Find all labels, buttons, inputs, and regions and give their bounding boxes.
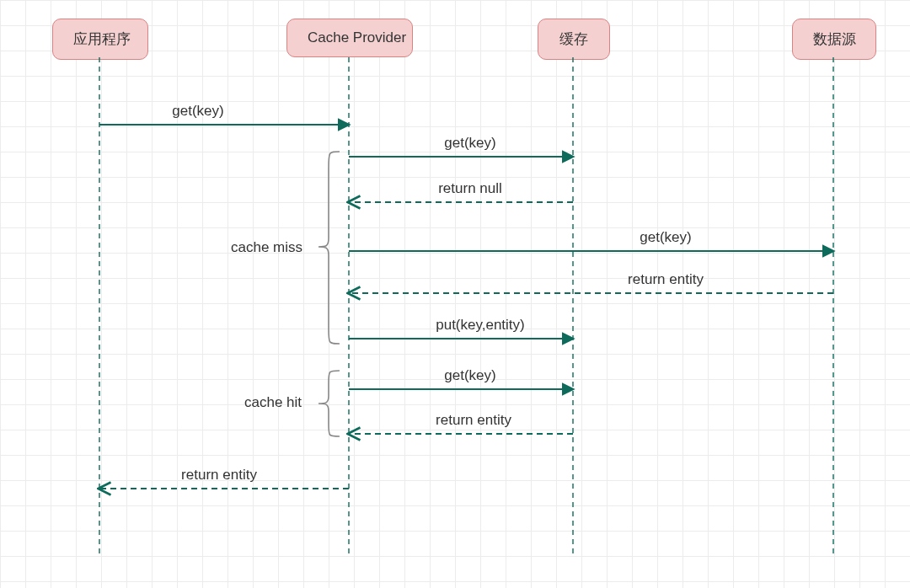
participant-label: 应用程序 xyxy=(73,31,131,47)
label-m7: get(key) xyxy=(444,367,495,384)
participant-label: Cache Provider xyxy=(308,29,406,45)
label-m4: get(key) xyxy=(640,229,691,246)
label-m5: return entity xyxy=(628,271,704,288)
participant-cache: 缓存 xyxy=(538,19,610,60)
label-cache-hit: cache hit xyxy=(244,394,302,411)
label-cache-miss: cache miss xyxy=(231,239,302,256)
sequence-diagram: 应用程序 Cache Provider 缓存 数据源 xyxy=(0,0,910,588)
arrows-layer xyxy=(0,0,910,588)
label-m6: put(key,entity) xyxy=(436,317,525,334)
label-m2: get(key) xyxy=(444,135,495,152)
participant-app: 应用程序 xyxy=(52,19,148,60)
label-m8: return entity xyxy=(436,412,511,429)
participant-label: 缓存 xyxy=(559,31,588,47)
label-m9: return entity xyxy=(181,467,257,484)
label-m3: return null xyxy=(438,180,502,197)
participant-label: 数据源 xyxy=(813,31,856,47)
brace-cache-hit xyxy=(318,371,340,436)
participant-source: 数据源 xyxy=(792,19,876,60)
participant-provider: Cache Provider xyxy=(286,19,413,57)
brace-cache-miss xyxy=(318,152,340,344)
label-m1: get(key) xyxy=(172,103,223,120)
